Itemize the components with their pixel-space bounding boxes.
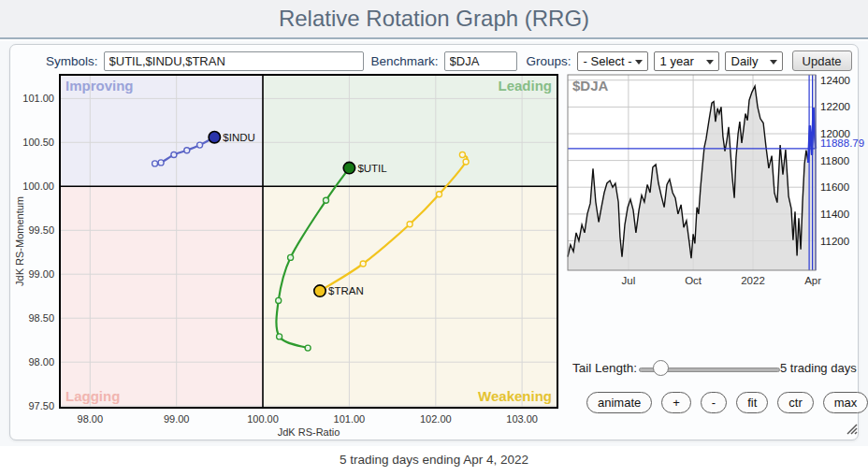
period-select-value: 1 year bbox=[660, 54, 694, 68]
toolbar: Symbols: Benchmark: Groups: - Select - 1… bbox=[10, 50, 858, 72]
svg-text:99.00: 99.00 bbox=[28, 268, 54, 280]
svg-text:Weakening: Weakening bbox=[478, 388, 552, 404]
rrg-xaxis-title: JdK RS-Ratio bbox=[278, 426, 340, 438]
svg-text:11200: 11200 bbox=[820, 236, 849, 247]
frequency-select[interactable]: Daily bbox=[725, 51, 783, 71]
svg-text:100.00: 100.00 bbox=[22, 180, 54, 192]
svg-text:101.00: 101.00 bbox=[334, 413, 366, 425]
rrg-marker-UTIL bbox=[343, 162, 354, 173]
tail-length-slider-handle[interactable] bbox=[653, 360, 669, 376]
svg-text:11400: 11400 bbox=[820, 209, 849, 220]
page-title: Relative Rotation Graph (RRG) bbox=[0, 0, 868, 37]
benchmark-label: Benchmark: bbox=[371, 54, 439, 68]
svg-text:$UTIL: $UTIL bbox=[357, 163, 387, 174]
svg-text:97.50: 97.50 bbox=[28, 400, 54, 411]
benchmark-price-chart[interactable]: 1120011400116001180012000122001240011888… bbox=[562, 71, 867, 296]
svg-text:98.00: 98.00 bbox=[28, 356, 54, 368]
resize-handle-icon[interactable] bbox=[842, 419, 859, 436]
fit-button[interactable]: fit bbox=[736, 392, 768, 413]
svg-text:100.00: 100.00 bbox=[247, 413, 279, 425]
svg-text:2022: 2022 bbox=[741, 275, 765, 286]
svg-text:11600: 11600 bbox=[820, 181, 849, 193]
benchmark-input[interactable] bbox=[444, 51, 517, 71]
update-button[interactable]: Update bbox=[792, 50, 852, 71]
last-price-label: 11888.79 bbox=[820, 137, 864, 149]
center-button[interactable]: ctr bbox=[777, 392, 813, 413]
chevron-down-icon bbox=[635, 60, 643, 65]
svg-text:98.00: 98.00 bbox=[78, 413, 104, 425]
zoom-out-button[interactable]: - bbox=[701, 392, 727, 413]
svg-text:99.00: 99.00 bbox=[164, 413, 190, 425]
rrg-yaxis-title: JdK RS-Momentum bbox=[14, 196, 25, 286]
svg-text:100.50: 100.50 bbox=[22, 137, 54, 148]
svg-text:99.50: 99.50 bbox=[28, 224, 54, 236]
svg-text:$INDU: $INDU bbox=[223, 132, 255, 143]
svg-text:11800: 11800 bbox=[820, 155, 849, 166]
rrg-app: Relative Rotation Graph (RRG) Symbols: B… bbox=[0, 0, 868, 476]
footer-caption: 5 trading days ending Apr 4, 2022 bbox=[0, 453, 868, 467]
svg-text:Oct: Oct bbox=[685, 275, 702, 286]
svg-text:Jul: Jul bbox=[622, 275, 636, 286]
zoom-in-button[interactable]: + bbox=[661, 392, 691, 413]
groups-select[interactable]: - Select - bbox=[577, 51, 648, 71]
chevron-down-icon bbox=[770, 60, 777, 65]
rrg-quadrants bbox=[60, 75, 557, 408]
max-button[interactable]: max bbox=[823, 392, 868, 413]
svg-text:101.00: 101.00 bbox=[22, 93, 54, 104]
svg-text:Leading: Leading bbox=[498, 78, 552, 94]
groups-label: Groups: bbox=[527, 54, 571, 68]
symbols-label: Symbols: bbox=[46, 54, 98, 68]
period-select[interactable]: 1 year bbox=[654, 51, 719, 71]
price-yaxis-labels: 11200114001160011800120001220012400 bbox=[820, 75, 850, 247]
svg-text:Improving: Improving bbox=[65, 78, 134, 94]
animate-button[interactable]: animate bbox=[586, 392, 652, 413]
chart-buttons: animate + - fit ctr max bbox=[586, 392, 868, 413]
rrg-panel: Symbols: Benchmark: Groups: - Select - 1… bbox=[9, 44, 859, 440]
symbols-input[interactable] bbox=[104, 51, 364, 71]
svg-text:Apr: Apr bbox=[804, 275, 821, 286]
svg-text:$TRAN: $TRAN bbox=[328, 285, 364, 296]
frequency-select-value: Daily bbox=[731, 54, 759, 68]
tail-length-label: Tail Length: bbox=[572, 361, 637, 375]
svg-text:98.50: 98.50 bbox=[28, 312, 54, 324]
svg-text:12400: 12400 bbox=[820, 75, 850, 86]
rrg-marker-TRAN bbox=[314, 285, 326, 296]
svg-text:102.00: 102.00 bbox=[420, 413, 452, 425]
price-xaxis-labels: JulOct2022Apr bbox=[622, 275, 822, 286]
app-header: Relative Rotation Graph (RRG) bbox=[0, 0, 868, 39]
chevron-down-icon bbox=[706, 60, 714, 65]
rrg-marker-INDU bbox=[209, 132, 220, 143]
price-symbol-label: $DJA bbox=[572, 78, 609, 94]
svg-text:Lagging: Lagging bbox=[65, 388, 120, 404]
tail-length-value: 5 trading days bbox=[780, 361, 857, 375]
svg-text:103.00: 103.00 bbox=[506, 413, 538, 425]
groups-select-value: - Select - bbox=[584, 54, 632, 68]
svg-text:12200: 12200 bbox=[820, 101, 850, 112]
rrg-chart[interactable]: ImprovingLeadingLaggingWeakening98.0099.… bbox=[10, 71, 571, 441]
